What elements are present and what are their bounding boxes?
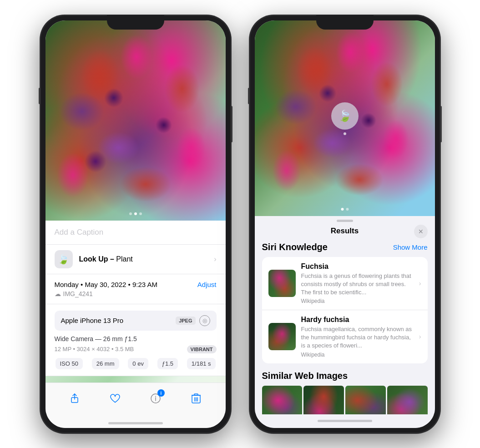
device-badges: JPEG ◎ xyxy=(176,315,210,326)
right-dot-1 xyxy=(341,208,344,211)
siri-knowledge-header: Siri Knowledge Show More xyxy=(262,242,428,252)
camera-settings-icon[interactable]: ◎ xyxy=(199,315,210,326)
close-button[interactable]: ✕ xyxy=(414,225,428,238)
favorite-button[interactable] xyxy=(105,388,125,408)
photo-area-left[interactable] xyxy=(45,20,226,221)
knowledge-item-hardy[interactable]: Hardy fuchsia Fuchsia magellanica, commo… xyxy=(262,310,428,363)
similar-image-1[interactable] xyxy=(262,386,303,414)
caption-area[interactable]: Add a Caption xyxy=(45,221,226,245)
exif-focal: 26 mm xyxy=(92,358,119,369)
resolution-text: 12 MP • 3024 × 4032 • 3.5 MB xyxy=(55,346,134,352)
meta-section: Monday • May 30, 2022 • 9:23 AM Adjust ☁… xyxy=(45,274,226,304)
exif-row: ISO 50 26 mm 0 ev ƒ1.5 1/181 s xyxy=(55,358,217,369)
home-indicator xyxy=(45,419,226,428)
meta-date: Monday • May 30, 2022 • 9:23 AM xyxy=(55,281,157,288)
device-section: Apple iPhone 13 Pro JPEG ◎ Wide Camera —… xyxy=(45,304,226,376)
vibrant-badge: VIBRANT xyxy=(187,345,217,353)
lookup-icon: 🍃 xyxy=(55,250,73,268)
results-title: Results xyxy=(331,227,359,236)
similar-images-grid xyxy=(262,386,428,414)
photo-details: Add a Caption 🍃 Look Up – Plant › Monday… xyxy=(45,221,226,383)
svg-point-4 xyxy=(155,396,156,397)
siri-knowledge-title: Siri Knowledge xyxy=(262,242,328,252)
results-handle[interactable] xyxy=(255,216,435,223)
right-phone: 🍃 Results ✕ Siri Knowledge Show More xyxy=(249,15,440,433)
right-home-indicator xyxy=(255,414,435,428)
hardy-thumbnail xyxy=(268,323,296,350)
hardy-info: Hardy fuchsia Fuchsia magellanica, commo… xyxy=(301,316,414,358)
right-home-bar xyxy=(318,420,372,422)
similar-image-4[interactable] xyxy=(387,386,428,414)
similar-image-2[interactable] xyxy=(303,386,344,414)
dot-indicator-right xyxy=(341,208,349,211)
lookup-row[interactable]: 🍃 Look Up – Plant › xyxy=(45,245,226,274)
device-row: Apple iPhone 13 Pro JPEG ◎ xyxy=(55,311,217,331)
fuchsia-name: Fuchsia xyxy=(301,262,414,271)
exif-aperture: ƒ1.5 xyxy=(157,358,178,369)
caption-placeholder: Add a Caption xyxy=(55,228,104,237)
photo-area-right[interactable]: 🍃 xyxy=(255,20,435,216)
lookup-label: Look Up – Plant xyxy=(79,255,133,263)
similar-section: Similar Web Images xyxy=(262,371,428,414)
left-phone: Add a Caption 🍃 Look Up – Plant › Monday… xyxy=(40,15,231,433)
hardy-source: Wikipedia xyxy=(301,352,414,358)
exif-shutter: 1/181 s xyxy=(187,358,216,369)
hardy-name: Hardy fuchsia xyxy=(301,316,414,324)
notch xyxy=(107,15,164,30)
knowledge-card: Fuchsia Fuchsia is a genus of flowering … xyxy=(262,257,428,363)
exif-ev: 0 ev xyxy=(128,358,148,369)
dot-2 xyxy=(134,212,137,215)
exif-iso: ISO 50 xyxy=(56,358,83,369)
leaf-icon: 🍃 xyxy=(58,254,69,265)
cloud-icon: ☁ xyxy=(55,290,61,297)
share-button[interactable] xyxy=(65,388,85,408)
hardy-description: Fuchsia magellanica, commonly known as t… xyxy=(301,325,414,350)
results-body: Siri Knowledge Show More Fuchsia Fuchsia… xyxy=(255,240,435,414)
fuchsia-source: Wikipedia xyxy=(301,298,414,304)
dot-indicator xyxy=(129,212,142,215)
siri-leaf-icon: 🍃 xyxy=(338,110,352,122)
delete-button[interactable] xyxy=(186,388,206,408)
map-area[interactable] xyxy=(45,376,226,383)
siri-lookup-button[interactable]: 🍃 xyxy=(331,102,359,130)
results-panel: Results ✕ Siri Knowledge Show More Fuchs… xyxy=(255,216,435,414)
device-name: Apple iPhone 13 Pro xyxy=(61,317,124,324)
info-button[interactable]: i xyxy=(146,388,166,408)
dot-1 xyxy=(129,212,132,215)
camera-spec: Wide Camera — 26 mm ƒ1.5 xyxy=(55,335,217,342)
fuchsia-chevron-icon: › xyxy=(419,280,421,287)
info-badge: i xyxy=(157,389,165,397)
fuchsia-description: Fuchsia is a genus of flowering plants t… xyxy=(301,272,414,297)
resolution-row: 12 MP • 3024 × 4032 • 3.5 MB VIBRANT xyxy=(55,345,217,353)
adjust-button[interactable]: Adjust xyxy=(197,281,217,288)
show-more-button[interactable]: Show More xyxy=(393,243,428,251)
bottom-toolbar: i xyxy=(45,383,226,419)
right-dot-2 xyxy=(346,208,349,211)
dot-3 xyxy=(139,212,142,215)
jpeg-badge: JPEG xyxy=(176,317,195,325)
fuchsia-thumbnail xyxy=(268,270,296,297)
knowledge-item-fuchsia[interactable]: Fuchsia Fuchsia is a genus of flowering … xyxy=(262,257,428,311)
handle-bar xyxy=(337,220,353,222)
notch-right xyxy=(316,15,374,30)
lookup-chevron-icon: › xyxy=(214,255,216,263)
siri-dot xyxy=(344,132,346,135)
similar-image-3[interactable] xyxy=(345,386,386,414)
results-header: Results ✕ xyxy=(255,223,435,240)
meta-filename: ☁ IMG_4241 xyxy=(55,290,217,297)
similar-title: Similar Web Images xyxy=(262,371,428,381)
svg-rect-7 xyxy=(194,394,198,395)
fuchsia-info: Fuchsia Fuchsia is a genus of flowering … xyxy=(301,262,414,305)
hardy-chevron-icon: › xyxy=(419,333,421,340)
